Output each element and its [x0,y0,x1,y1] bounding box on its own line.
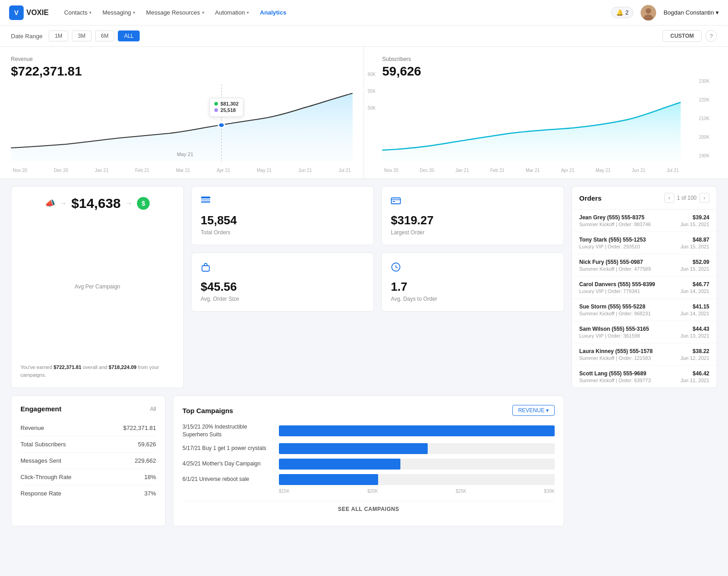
charts-section: Revenue $722,371.81 [0,47,728,179]
revenue-filter-button[interactable]: REVENUE ▾ [512,405,555,416]
campaigns-card: Top Campaigns REVENUE ▾ 3/15/21 20% Inde… [173,395,564,526]
campaigns-header: Top Campaigns REVENUE ▾ [182,405,555,416]
nav-message-resources[interactable]: Message Resources ▾ [142,6,209,19]
avg-order-size-card: $45.56 Avg. Order Size [191,253,374,312]
order-list-item: Sam Wilson (555) 555-3165 $44.43 Luxury … [572,321,717,344]
largest-order-card: $319.27 Largest Order [381,186,564,245]
revenue-x-labels: Nov 20 Dec 20 Jan 21 Feb 21 Mar 21 Apr 2… [11,168,353,173]
engagement-row: Click-Through Rate 18% [20,469,156,485]
subscribers-chart-panel: Subscribers 59,626 [364,47,728,178]
date-all-button[interactable]: ALL [118,30,139,41]
svg-rect-6 [201,201,210,203]
megaphone-icon: 📣 [45,198,55,208]
date-range-bar: Date Range 1M 3M 6M ALL CUSTOM ? [0,25,728,47]
subscribers-chart-title: Subscribers [382,56,681,62]
user-name[interactable]: Bogdan Constantin ▾ [663,9,719,16]
engagement-row: Total Subscribers 59,626 [20,436,156,453]
clock-icon [391,262,555,274]
svg-rect-8 [202,266,209,271]
engagement-row: Revenue $722,371.81 [20,420,156,436]
order-list-item: Nick Fury (555) 555-0987 $52.09 Summer K… [572,254,717,277]
nav-items: Contacts ▾ Messaging ▾ Message Resources… [60,6,611,19]
svg-rect-11 [393,201,395,202]
largest-order-label: Largest Order [391,229,555,236]
chevron-down-icon: ▾ [202,10,204,15]
logo[interactable]: V VOXIE [9,5,49,20]
orders-card: Orders ‹ 1 of 100 › Jean Grey (555) 555-… [571,186,717,388]
revenue-chart-area: $81,302 25,518 May 21 [11,84,353,166]
chevron-down-icon: ▾ [89,10,91,15]
largest-order-value: $319.27 [391,213,555,227]
orders-pagination: ‹ 1 of 100 › [664,193,709,203]
chevron-down-icon: ▾ [247,10,249,15]
campaign-list-item: 6/1/21 Universe reboot sale [182,474,555,485]
pagination-text: 1 of 100 [677,195,697,201]
see-all-campaigns-button[interactable]: SEE ALL CAMPAIGNS [182,501,555,517]
campaigns-x-labels: $15K$20K$25K$30K [182,489,555,494]
avg-days-label: Avg. Days to Order [391,296,555,302]
subscribers-chart-area [382,84,681,166]
arrow-right-icon2: → [125,199,132,207]
order-list-item: Tony Stark (555) 555-1253 $48.87 Luxury … [572,232,717,254]
svg-rect-7 [201,197,210,198]
avg-campaign-note: You've earned $722,371.81 overall and $7… [20,364,174,379]
order-list-item: Carol Danvers (555) 555-8399 $46.77 Luxu… [572,277,717,299]
campaign-list-item: 4/25/21 Mother's Day Campaign [182,459,555,470]
subscribers-x-labels: Nov 20 Dec 20 Jan 21 Feb 21 Mar 21 Apr 2… [382,168,681,173]
notifications-button[interactable]: 🔔 2 [611,7,633,18]
avg-campaign-label: Avg Per Campaign [20,283,174,290]
layers-icon [201,196,364,208]
prev-page-button[interactable]: ‹ [664,193,674,203]
logo-text: VOXIE [26,9,49,17]
custom-date-button[interactable]: CUSTOM [662,30,702,42]
date-1m-button[interactable]: 1M [49,30,68,41]
nav-analytics[interactable]: Analytics [255,6,291,19]
engagement-header: Engagement All [20,405,156,413]
chevron-down-icon: ▾ [716,9,719,16]
avg-days-value: 1.7 [391,280,555,294]
total-orders-label: Total Orders [201,229,364,236]
help-button[interactable]: ? [705,30,717,42]
svg-line-14 [396,267,398,268]
logo-icon: V [9,5,24,20]
nav-contacts[interactable]: Contacts ▾ [60,6,96,19]
chevron-down-icon: ▾ [133,10,135,15]
campaigns-title: Top Campaigns [182,407,233,414]
card-icon [391,196,555,208]
svg-point-1 [646,8,651,14]
order-list-item: Laura Kinney (555) 555-1578 $38.22 Summe… [572,344,717,366]
subscribers-chart-value: 59,626 [382,64,681,79]
order-list-item: Jean Grey (555) 555-8375 $39.24 Summer K… [572,210,717,232]
campaign-list: 3/15/21 20% Indestructible Superhero Sui… [182,423,555,485]
avg-order-size-label: Avg. Order Size [201,296,364,302]
next-page-button[interactable]: › [699,193,709,203]
bottom-row: Engagement All Revenue $722,371.81 Total… [0,395,728,537]
revenue-chart-title: Revenue [11,56,353,62]
svg-rect-9 [391,198,400,204]
bell-icon: 🔔 [616,9,623,16]
date-3m-button[interactable]: 3M [72,30,91,41]
date-6m-button[interactable]: 6M [95,30,115,41]
engagement-title: Engagement [20,405,61,413]
revenue-chart-panel: Revenue $722,371.81 [0,47,364,178]
campaign-list-item: 3/15/21 20% Indestructible Superhero Sui… [182,423,555,439]
nav-automation[interactable]: Automation ▾ [211,6,254,19]
total-orders-value: 15,854 [201,213,364,227]
order-list-item: Sue Storm (555) 555-5228 $41.15 Summer K… [572,299,717,321]
avg-days-card: 1.7 Avg. Days to Order [381,253,564,312]
avatar [641,5,656,20]
dollar-icon: $ [137,197,150,210]
total-orders-card: 15,854 Total Orders [191,186,374,245]
nav-messaging[interactable]: Messaging ▾ [98,6,140,19]
bag-icon [201,262,364,274]
svg-point-4 [218,123,224,127]
avg-campaign-card: 📣 → $14,638 → $ Avg Per Campaign You've … [11,186,184,388]
chart-tooltip: $81,302 25,518 [209,98,244,117]
chart-cursor-label: May 21 [177,152,193,157]
avg-order-size-value: $45.56 [201,280,364,294]
revenue-chart-value: $722,371.81 [11,64,353,79]
arrow-right-icon: → [60,199,67,207]
svg-rect-5 [201,199,210,201]
orders-list: Jean Grey (555) 555-8375 $39.24 Summer K… [572,210,717,388]
notification-count: 2 [625,9,628,16]
